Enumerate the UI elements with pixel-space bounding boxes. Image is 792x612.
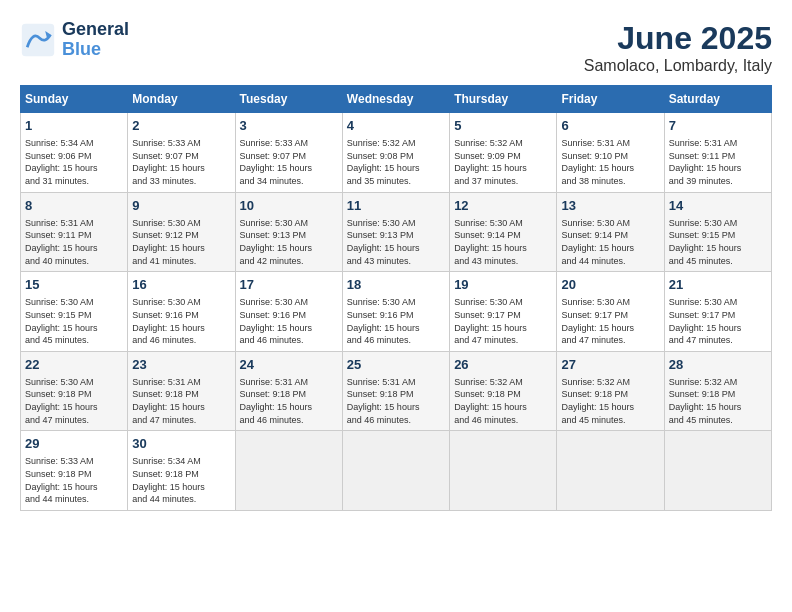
day-info-line: Sunrise: 5:31 AM xyxy=(132,376,230,389)
day-info-line: Sunrise: 5:30 AM xyxy=(454,217,552,230)
day-number: 8 xyxy=(25,197,123,215)
logo: General Blue xyxy=(20,20,129,60)
header-friday: Friday xyxy=(557,86,664,113)
day-info-line: Sunrise: 5:33 AM xyxy=(132,137,230,150)
day-info-line: Daylight: 15 hours xyxy=(454,401,552,414)
day-number: 17 xyxy=(240,276,338,294)
day-info-line: Daylight: 15 hours xyxy=(669,401,767,414)
day-number: 20 xyxy=(561,276,659,294)
calendar-cell: 7Sunrise: 5:31 AMSunset: 9:11 PMDaylight… xyxy=(664,113,771,193)
header-monday: Monday xyxy=(128,86,235,113)
day-info-line: Daylight: 15 hours xyxy=(25,242,123,255)
day-info-line: Sunset: 9:18 PM xyxy=(132,388,230,401)
calendar-week-3: 15Sunrise: 5:30 AMSunset: 9:15 PMDayligh… xyxy=(21,272,772,352)
day-info-line: Sunrise: 5:33 AM xyxy=(25,455,123,468)
day-number: 3 xyxy=(240,117,338,135)
calendar-cell: 14Sunrise: 5:30 AMSunset: 9:15 PMDayligh… xyxy=(664,192,771,272)
day-info-line: Sunrise: 5:32 AM xyxy=(454,137,552,150)
day-info-line: Sunset: 9:17 PM xyxy=(561,309,659,322)
calendar-cell: 23Sunrise: 5:31 AMSunset: 9:18 PMDayligh… xyxy=(128,351,235,431)
day-info-line: Daylight: 15 hours xyxy=(347,242,445,255)
calendar-cell: 28Sunrise: 5:32 AMSunset: 9:18 PMDayligh… xyxy=(664,351,771,431)
day-info-line: and 35 minutes. xyxy=(347,175,445,188)
title-block: June 2025 Samolaco, Lombardy, Italy xyxy=(584,20,772,75)
day-info-line: and 33 minutes. xyxy=(132,175,230,188)
calendar-cell: 22Sunrise: 5:30 AMSunset: 9:18 PMDayligh… xyxy=(21,351,128,431)
day-info-line: and 40 minutes. xyxy=(25,255,123,268)
day-info-line: Sunrise: 5:30 AM xyxy=(669,217,767,230)
logo-icon xyxy=(20,22,56,58)
day-info-line: Sunset: 9:12 PM xyxy=(132,229,230,242)
calendar-cell: 30Sunrise: 5:34 AMSunset: 9:18 PMDayligh… xyxy=(128,431,235,511)
day-info-line: Sunrise: 5:30 AM xyxy=(25,376,123,389)
calendar-cell xyxy=(557,431,664,511)
day-info-line: Sunrise: 5:34 AM xyxy=(132,455,230,468)
day-info-line: and 47 minutes. xyxy=(132,414,230,427)
day-info-line: Daylight: 15 hours xyxy=(347,322,445,335)
day-number: 11 xyxy=(347,197,445,215)
calendar-table: Sunday Monday Tuesday Wednesday Thursday… xyxy=(20,85,772,511)
day-info-line: Sunset: 9:06 PM xyxy=(25,150,123,163)
day-info-line: Daylight: 15 hours xyxy=(25,322,123,335)
calendar-cell: 20Sunrise: 5:30 AMSunset: 9:17 PMDayligh… xyxy=(557,272,664,352)
day-number: 29 xyxy=(25,435,123,453)
day-info-line: and 39 minutes. xyxy=(669,175,767,188)
day-info-line: Daylight: 15 hours xyxy=(347,401,445,414)
day-number: 23 xyxy=(132,356,230,374)
day-info-line: and 46 minutes. xyxy=(454,414,552,427)
day-info-line: Sunrise: 5:30 AM xyxy=(561,296,659,309)
day-info-line: Sunrise: 5:32 AM xyxy=(561,376,659,389)
day-info-line: and 47 minutes. xyxy=(669,334,767,347)
day-info-line: Sunset: 9:18 PM xyxy=(669,388,767,401)
logo-line1: General xyxy=(62,20,129,40)
calendar-cell: 26Sunrise: 5:32 AMSunset: 9:18 PMDayligh… xyxy=(450,351,557,431)
header-sunday: Sunday xyxy=(21,86,128,113)
day-info-line: Daylight: 15 hours xyxy=(240,162,338,175)
day-info-line: Daylight: 15 hours xyxy=(240,322,338,335)
day-info-line: Sunset: 9:17 PM xyxy=(669,309,767,322)
day-info-line: and 46 minutes. xyxy=(240,414,338,427)
day-info-line: and 38 minutes. xyxy=(561,175,659,188)
calendar-cell xyxy=(342,431,449,511)
day-info-line: and 45 minutes. xyxy=(561,414,659,427)
day-number: 27 xyxy=(561,356,659,374)
day-info-line: and 31 minutes. xyxy=(25,175,123,188)
calendar-cell: 8Sunrise: 5:31 AMSunset: 9:11 PMDaylight… xyxy=(21,192,128,272)
day-info-line: Sunrise: 5:32 AM xyxy=(454,376,552,389)
day-info-line: and 44 minutes. xyxy=(25,493,123,506)
day-number: 13 xyxy=(561,197,659,215)
day-info-line: Sunrise: 5:30 AM xyxy=(240,296,338,309)
calendar-cell: 16Sunrise: 5:30 AMSunset: 9:16 PMDayligh… xyxy=(128,272,235,352)
day-info-line: Sunset: 9:18 PM xyxy=(561,388,659,401)
logo-line2: Blue xyxy=(62,40,129,60)
day-info-line: Daylight: 15 hours xyxy=(347,162,445,175)
calendar-cell: 13Sunrise: 5:30 AMSunset: 9:14 PMDayligh… xyxy=(557,192,664,272)
day-info-line: Sunrise: 5:31 AM xyxy=(669,137,767,150)
day-number: 4 xyxy=(347,117,445,135)
day-number: 22 xyxy=(25,356,123,374)
day-info-line: Sunset: 9:18 PM xyxy=(25,468,123,481)
day-info-line: and 37 minutes. xyxy=(454,175,552,188)
day-info-line: Daylight: 15 hours xyxy=(25,162,123,175)
day-number: 30 xyxy=(132,435,230,453)
day-number: 5 xyxy=(454,117,552,135)
day-info-line: and 46 minutes. xyxy=(240,334,338,347)
day-info-line: Daylight: 15 hours xyxy=(669,322,767,335)
day-info-line: Sunrise: 5:31 AM xyxy=(561,137,659,150)
day-info-line: Sunset: 9:16 PM xyxy=(132,309,230,322)
day-info-line: and 45 minutes. xyxy=(669,414,767,427)
day-info-line: Daylight: 15 hours xyxy=(561,401,659,414)
day-info-line: and 45 minutes. xyxy=(25,334,123,347)
day-info-line: Daylight: 15 hours xyxy=(25,401,123,414)
day-info-line: Sunset: 9:18 PM xyxy=(454,388,552,401)
day-info-line: Daylight: 15 hours xyxy=(240,242,338,255)
day-info-line: Daylight: 15 hours xyxy=(25,481,123,494)
calendar-week-2: 8Sunrise: 5:31 AMSunset: 9:11 PMDaylight… xyxy=(21,192,772,272)
day-number: 16 xyxy=(132,276,230,294)
day-number: 15 xyxy=(25,276,123,294)
day-info-line: and 46 minutes. xyxy=(347,414,445,427)
day-info-line: Sunset: 9:17 PM xyxy=(454,309,552,322)
calendar-cell: 25Sunrise: 5:31 AMSunset: 9:18 PMDayligh… xyxy=(342,351,449,431)
header-row: Sunday Monday Tuesday Wednesday Thursday… xyxy=(21,86,772,113)
day-number: 24 xyxy=(240,356,338,374)
